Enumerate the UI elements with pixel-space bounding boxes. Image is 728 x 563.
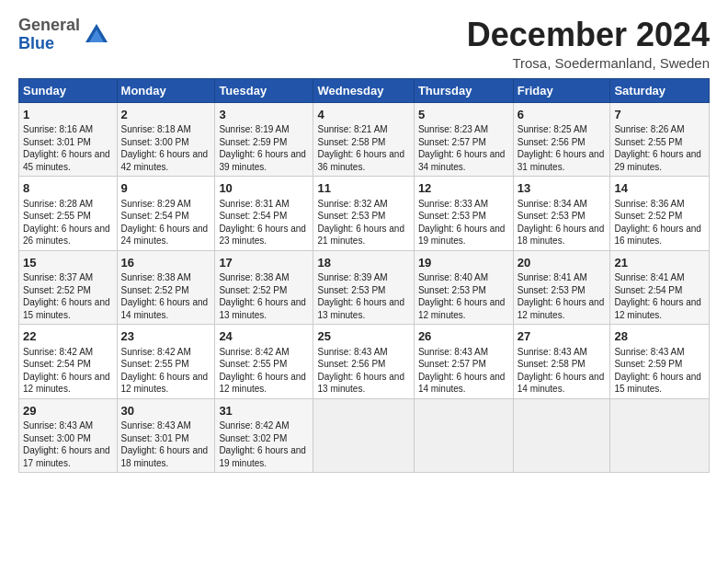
daylight: Daylight: 6 hours and 12 minutes.: [121, 372, 209, 395]
logo-general: General: [18, 16, 80, 34]
sunset: Sunset: 3:01 PM: [121, 433, 189, 443]
calendar-cell: 5Sunrise: 8:23 AMSunset: 2:57 PMDaylight…: [414, 102, 513, 177]
calendar-cell: 29Sunrise: 8:43 AMSunset: 3:00 PMDayligh…: [19, 398, 118, 473]
logo-icon: [84, 22, 109, 48]
day-number: 26: [418, 328, 509, 345]
sunset: Sunset: 2:54 PM: [121, 211, 189, 221]
sunrise: Sunrise: 8:38 AM: [121, 272, 191, 282]
calendar-cell: 11Sunrise: 8:32 AMSunset: 2:53 PMDayligh…: [313, 177, 414, 251]
calendar-cell: 17Sunrise: 8:38 AMSunset: 2:52 PMDayligh…: [215, 250, 313, 325]
sunset: Sunset: 2:53 PM: [518, 285, 586, 295]
calendar-cell: 19Sunrise: 8:40 AMSunset: 2:53 PMDayligh…: [414, 250, 513, 325]
calendar-cell: 27Sunrise: 8:43 AMSunset: 2:58 PMDayligh…: [513, 325, 610, 399]
daylight: Daylight: 6 hours and 39 minutes.: [219, 149, 306, 172]
sunset: Sunset: 2:56 PM: [317, 359, 385, 369]
sunset: Sunset: 3:02 PM: [219, 433, 287, 443]
calendar-cell: 15Sunrise: 8:37 AMSunset: 2:52 PMDayligh…: [19, 250, 118, 325]
calendar-cell: 21Sunrise: 8:41 AMSunset: 2:54 PMDayligh…: [610, 250, 710, 325]
daylight: Daylight: 6 hours and 12 minutes.: [219, 372, 306, 395]
daylight: Daylight: 6 hours and 24 minutes.: [121, 224, 209, 247]
calendar-cell: [513, 398, 610, 473]
calendar-cell: 24Sunrise: 8:42 AMSunset: 2:55 PMDayligh…: [215, 325, 313, 399]
main-title: December 2024: [467, 17, 710, 53]
daylight: Daylight: 6 hours and 21 minutes.: [317, 224, 404, 247]
day-number: 2: [121, 107, 211, 123]
sunrise: Sunrise: 8:42 AM: [121, 347, 191, 357]
daylight: Daylight: 6 hours and 17 minutes.: [23, 445, 110, 468]
sunset: Sunset: 2:55 PM: [121, 359, 189, 369]
daylight: Daylight: 6 hours and 29 minutes.: [614, 149, 701, 172]
sunrise: Sunrise: 8:43 AM: [614, 347, 684, 357]
calendar-cell: 23Sunrise: 8:42 AMSunset: 2:55 PMDayligh…: [117, 325, 215, 399]
day-number: 29: [23, 403, 113, 419]
daylight: Daylight: 6 hours and 42 minutes.: [121, 149, 209, 172]
calendar-table: SundayMondayTuesdayWednesdayThursdayFrid…: [18, 78, 710, 474]
day-number: 22: [23, 328, 113, 345]
sunset: Sunset: 2:53 PM: [317, 211, 385, 221]
day-number: 31: [219, 403, 309, 419]
calendar-cell: 7Sunrise: 8:26 AMSunset: 2:55 PMDaylight…: [610, 102, 710, 177]
week-row-5: 29Sunrise: 8:43 AMSunset: 3:00 PMDayligh…: [19, 398, 710, 473]
day-number: 7: [614, 107, 705, 123]
sunrise: Sunrise: 8:42 AM: [219, 420, 289, 431]
calendar-cell: 22Sunrise: 8:42 AMSunset: 2:54 PMDayligh…: [19, 325, 118, 399]
day-number: 24: [219, 328, 309, 345]
calendar-cell: 2Sunrise: 8:18 AMSunset: 3:00 PMDaylight…: [117, 102, 215, 177]
week-row-2: 8Sunrise: 8:28 AMSunset: 2:55 PMDaylight…: [19, 177, 710, 251]
day-number: 6: [518, 107, 607, 123]
sunrise: Sunrise: 8:29 AM: [121, 199, 191, 209]
day-number: 19: [418, 255, 509, 271]
sunrise: Sunrise: 8:16 AM: [23, 124, 93, 134]
logo-blue: Blue: [18, 34, 54, 52]
sunrise: Sunrise: 8:26 AM: [614, 124, 684, 134]
sunset: Sunset: 2:54 PM: [219, 211, 287, 221]
calendar-cell: 13Sunrise: 8:34 AMSunset: 2:53 PMDayligh…: [513, 177, 610, 251]
daylight: Daylight: 6 hours and 13 minutes.: [317, 372, 404, 395]
daylight: Daylight: 6 hours and 12 minutes.: [418, 297, 506, 320]
day-number: 21: [614, 255, 705, 271]
daylight: Daylight: 6 hours and 15 minutes.: [23, 297, 110, 320]
sunset: Sunset: 2:53 PM: [317, 285, 385, 295]
header-wednesday: Wednesday: [313, 78, 414, 102]
sunrise: Sunrise: 8:43 AM: [317, 347, 387, 357]
header-friday: Friday: [513, 78, 610, 102]
week-row-1: 1Sunrise: 8:16 AMSunset: 3:01 PMDaylight…: [19, 102, 710, 177]
sunset: Sunset: 3:01 PM: [23, 137, 91, 147]
header-sunday: Sunday: [19, 78, 118, 102]
daylight: Daylight: 6 hours and 15 minutes.: [614, 372, 701, 395]
day-number: 5: [418, 107, 509, 123]
day-number: 28: [614, 328, 705, 345]
sunset: Sunset: 2:55 PM: [614, 137, 682, 147]
sunrise: Sunrise: 8:39 AM: [317, 272, 387, 282]
sunrise: Sunrise: 8:42 AM: [219, 347, 289, 357]
sunrise: Sunrise: 8:36 AM: [614, 199, 684, 209]
sunrise: Sunrise: 8:42 AM: [23, 347, 93, 357]
sunset: Sunset: 2:58 PM: [518, 359, 586, 369]
sunset: Sunset: 3:00 PM: [121, 137, 189, 147]
sunrise: Sunrise: 8:43 AM: [23, 420, 93, 431]
daylight: Daylight: 6 hours and 19 minutes.: [219, 445, 306, 468]
sunset: Sunset: 2:52 PM: [121, 285, 189, 295]
daylight: Daylight: 6 hours and 36 minutes.: [317, 149, 404, 172]
daylight: Daylight: 6 hours and 12 minutes.: [518, 297, 605, 320]
header-saturday: Saturday: [610, 78, 710, 102]
sunrise: Sunrise: 8:21 AM: [317, 124, 387, 134]
daylight: Daylight: 6 hours and 19 minutes.: [418, 224, 506, 247]
sunrise: Sunrise: 8:43 AM: [518, 347, 587, 357]
header-tuesday: Tuesday: [215, 78, 313, 102]
sunrise: Sunrise: 8:18 AM: [121, 124, 191, 134]
calendar-cell: [313, 398, 414, 473]
day-number: 10: [219, 180, 309, 197]
sunrise: Sunrise: 8:40 AM: [418, 272, 488, 282]
sunset: Sunset: 2:55 PM: [23, 211, 91, 221]
sunrise: Sunrise: 8:19 AM: [219, 124, 289, 134]
sunset: Sunset: 2:55 PM: [219, 359, 287, 369]
sunrise: Sunrise: 8:37 AM: [23, 272, 93, 282]
sunset: Sunset: 2:53 PM: [418, 211, 486, 221]
calendar-cell: 16Sunrise: 8:38 AMSunset: 2:52 PMDayligh…: [117, 250, 215, 325]
day-number: 16: [121, 255, 211, 271]
sunset: Sunset: 2:59 PM: [219, 137, 287, 147]
sunset: Sunset: 2:53 PM: [418, 285, 486, 295]
sunset: Sunset: 2:57 PM: [418, 137, 486, 147]
title-block: December 2024 Trosa, Soedermanland, Swed…: [467, 17, 710, 71]
